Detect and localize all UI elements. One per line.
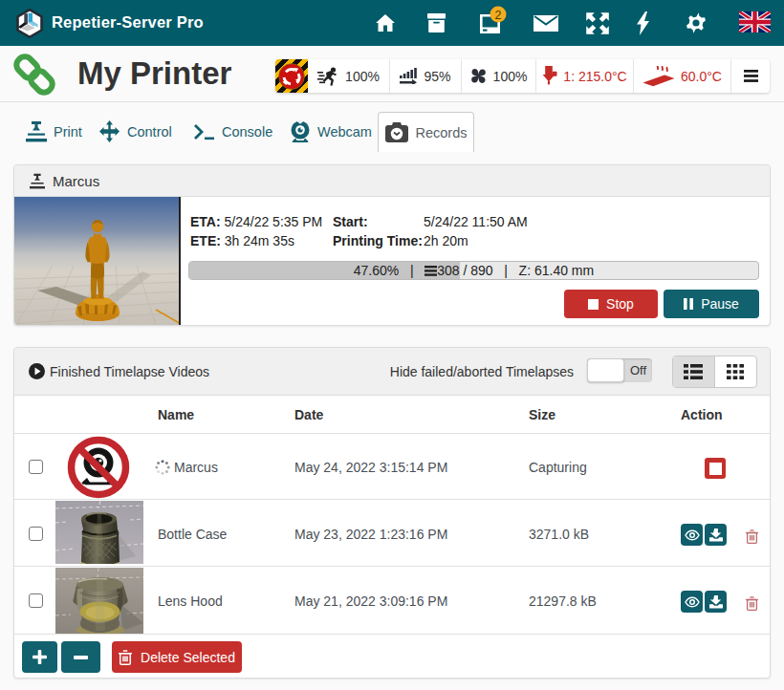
svg-text:2: 2 [495,9,502,22]
